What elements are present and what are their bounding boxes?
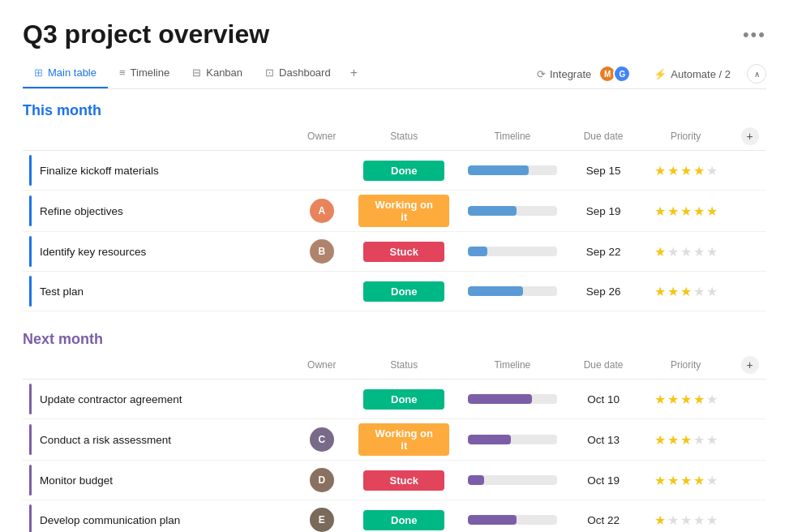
task-cell: Conduct a risk assessment (23, 419, 291, 461)
status-cell[interactable]: Done (352, 272, 456, 311)
status-badge[interactable]: Working on it (358, 423, 449, 456)
table-row: Update contractor agreement Done Oct 10 … (23, 380, 766, 419)
integrate-icon: ⟳ (537, 68, 546, 80)
star-1: ★ (654, 204, 666, 219)
add-column-button[interactable]: + (741, 356, 759, 374)
page-container: Q3 project overview ••• ⊞ Main table ≡ T… (0, 0, 789, 532)
owner-cell: E (291, 500, 352, 533)
tab-group: ⊞ Main table ≡ Timeline ⊟ Kanban ⊡ Dashb… (23, 59, 530, 88)
star-2: ★ (667, 244, 679, 260)
col-header-task (23, 124, 291, 151)
owner-avatar: A (310, 199, 334, 223)
table-row: Identify key resources B Stuck Sep 22 ★★… (23, 232, 766, 272)
tab-dashboard-label: Dashboard (279, 66, 331, 79)
table-row: Test plan Done Sep 26 ★★★★★ (23, 272, 766, 311)
table-row: Refine objectives A Working on it Sep 19… (23, 191, 766, 232)
task-border (29, 155, 32, 186)
star-3: ★ (680, 244, 692, 260)
task-name: Identify key resources (40, 246, 146, 258)
status-badge[interactable]: Done (363, 510, 444, 530)
timeline-bar-wrap (468, 435, 557, 444)
status-cell[interactable]: Working on it (352, 191, 456, 232)
task-cell: Test plan (23, 272, 291, 311)
tab-main-table-label: Main table (48, 66, 96, 79)
star-3: ★ (680, 392, 692, 407)
status-badge[interactable]: Done (363, 161, 444, 181)
status-cell[interactable]: Stuck (352, 232, 456, 272)
tab-kanban[interactable]: ⊟ Kanban (181, 60, 254, 88)
status-cell[interactable]: Stuck (352, 461, 456, 500)
timeline-bar (468, 435, 511, 444)
task-cell: Update contractor agreement (23, 380, 291, 419)
page-title: Q3 project overview (23, 19, 269, 49)
status-badge[interactable]: Working on it (358, 195, 449, 227)
row-actions-cell (733, 461, 766, 500)
tab-bar: ⊞ Main table ≡ Timeline ⊟ Kanban ⊡ Dashb… (23, 59, 766, 89)
status-badge[interactable]: Stuck (363, 470, 444, 491)
star-1: ★ (654, 284, 666, 299)
row-actions-cell (733, 232, 766, 272)
dashboard-icon: ⊡ (265, 66, 274, 79)
tab-main-table[interactable]: ⊞ Main table (23, 60, 108, 88)
tab-timeline[interactable]: ≡ Timeline (108, 60, 181, 88)
star-4: ★ (693, 163, 705, 178)
timeline-cell (456, 272, 568, 311)
priority-cell: ★★★★★ (638, 500, 734, 533)
owner-avatar: B (310, 239, 334, 264)
star-1: ★ (654, 473, 666, 488)
due-date-cell: Oct 19 (568, 461, 638, 500)
task-name: Update contractor agreement (40, 393, 182, 405)
timeline-cell (456, 500, 568, 533)
status-badge[interactable]: Done (363, 389, 444, 410)
table-icon: ⊞ (34, 66, 43, 79)
due-date-cell: Oct 13 (568, 419, 638, 461)
row-actions-cell (733, 151, 766, 191)
add-tab-button[interactable]: + (342, 59, 366, 88)
timeline-cell (456, 151, 568, 191)
collapse-button[interactable]: ∧ (747, 64, 766, 84)
row-actions-cell (733, 191, 766, 232)
owner-avatar: D (310, 468, 334, 492)
tab-kanban-label: Kanban (206, 66, 242, 79)
stars: ★★★★★ (654, 284, 718, 299)
integrate-button[interactable]: ⟳ Integrate M G (530, 62, 637, 86)
status-badge[interactable]: Done (363, 281, 444, 302)
timeline-bar-wrap (468, 165, 557, 175)
more-button[interactable]: ••• (743, 24, 766, 45)
task-name: Monitor budget (40, 474, 113, 487)
stars: ★★★★★ (654, 473, 718, 488)
stars: ★★★★★ (654, 204, 718, 219)
automate-button[interactable]: ⚡ Automate / 2 (647, 65, 737, 84)
row-actions-cell (733, 272, 766, 311)
add-column-button[interactable]: + (741, 127, 759, 145)
due-date-cell: Sep 26 (568, 272, 638, 311)
timeline-bar-wrap (468, 475, 557, 485)
col-header-status: Status (352, 124, 456, 151)
star-4: ★ (693, 244, 705, 260)
timeline-cell (456, 232, 568, 272)
tab-dashboard[interactable]: ⊡ Dashboard (254, 60, 342, 88)
task-border (29, 424, 32, 455)
table-row: Conduct a risk assessment C Working on i… (23, 419, 766, 461)
owner-cell (291, 272, 352, 311)
status-cell[interactable]: Done (352, 151, 456, 191)
status-badge[interactable]: Stuck (363, 242, 444, 262)
timeline-bar (468, 475, 484, 485)
status-cell[interactable]: Working on it (352, 419, 456, 461)
star-1: ★ (654, 513, 666, 528)
star-3: ★ (680, 284, 692, 299)
owner-avatar: E (310, 508, 334, 532)
status-cell[interactable]: Done (352, 500, 456, 533)
timeline-bar (468, 515, 517, 525)
row-actions-cell (733, 500, 766, 533)
task-border (29, 504, 32, 532)
task-name: Conduct a risk assessment (40, 434, 171, 446)
status-cell[interactable]: Done (352, 380, 456, 419)
owner-cell: C (291, 419, 352, 461)
star-4: ★ (693, 284, 705, 299)
task-cell: Refine objectives (23, 191, 291, 232)
timeline-bar-wrap (468, 286, 557, 296)
owner-cell: B (291, 232, 352, 272)
star-5: ★ (706, 244, 718, 260)
chevron-up-icon: ∧ (754, 70, 760, 79)
